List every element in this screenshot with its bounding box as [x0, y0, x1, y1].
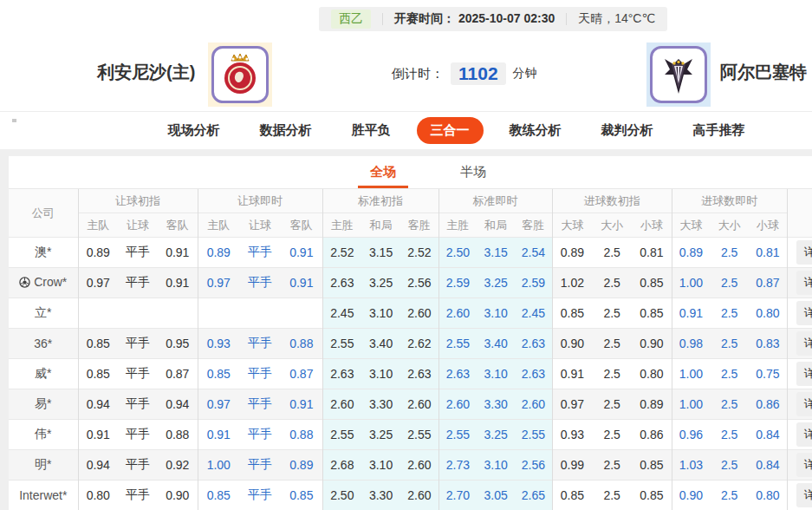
odds-cell[interactable]: 0.83: [749, 329, 787, 359]
odds-cell[interactable]: 3.25: [477, 420, 515, 450]
odds-cell[interactable]: 2.5: [710, 450, 749, 481]
odds-cell[interactable]: 平手: [239, 450, 281, 481]
odds-cell[interactable]: 0.85: [198, 359, 239, 389]
odds-cell[interactable]: 0.84: [749, 420, 787, 450]
odds-cell[interactable]: 2.54: [515, 238, 552, 268]
nav-item-高手推荐[interactable]: 高手推荐: [679, 117, 759, 144]
odds-cell[interactable]: 0.85: [281, 481, 322, 510]
odds-cell[interactable]: 2.45: [515, 298, 552, 329]
odds-cell[interactable]: 3.10: [477, 359, 515, 389]
odds-cell[interactable]: 0.88: [281, 420, 322, 450]
odds-cell[interactable]: 0.89: [281, 450, 322, 481]
odds-cell[interactable]: 0.85: [198, 481, 239, 510]
odds-cell[interactable]: 3.10: [477, 298, 515, 329]
odds-cell[interactable]: 2.5: [710, 268, 749, 298]
odds-cell[interactable]: 3.10: [477, 450, 515, 481]
odds-cell: 2.60: [322, 389, 361, 420]
odds-cell[interactable]: 2.59: [438, 268, 477, 298]
odds-cell[interactable]: 2.5: [710, 238, 749, 268]
odds-cell[interactable]: 2.63: [438, 359, 477, 389]
detail-button[interactable]: 详情: [796, 301, 812, 325]
nav-item-裁判分析[interactable]: 裁判分析: [588, 117, 667, 144]
odds-cell[interactable]: 2.65: [515, 481, 552, 510]
odds-cell[interactable]: 2.5: [710, 298, 749, 329]
odds-cell[interactable]: 2.55: [438, 329, 477, 359]
odds-cell[interactable]: 3.15: [477, 238, 515, 268]
odds-cell[interactable]: 2.5: [710, 420, 749, 450]
odds-cell[interactable]: 2.50: [438, 238, 477, 268]
odds-cell[interactable]: 0.91: [281, 238, 322, 268]
odds-cell[interactable]: 1.00: [672, 389, 710, 420]
odds-cell[interactable]: 平手: [239, 420, 281, 450]
odds-cell[interactable]: 0.96: [672, 420, 710, 450]
odds-cell[interactable]: 0.91: [198, 420, 239, 450]
detail-button[interactable]: 详情: [796, 240, 812, 265]
nav-item-现场分析[interactable]: 现场分析: [154, 117, 234, 144]
odds-cell[interactable]: 平手: [239, 359, 281, 389]
odds-cell[interactable]: 0.86: [749, 389, 787, 420]
odds-cell[interactable]: 2.60: [438, 389, 477, 420]
odds-cell[interactable]: 1.00: [672, 268, 710, 298]
detail-button[interactable]: 详情: [796, 331, 812, 356]
odds-cell[interactable]: 2.5: [710, 389, 749, 420]
odds-cell[interactable]: 2.5: [710, 481, 749, 510]
odds-cell[interactable]: 平手: [239, 238, 281, 268]
odds-cell[interactable]: 2.59: [515, 268, 552, 298]
odds-cell[interactable]: 1.00: [198, 450, 239, 481]
table-row: 36*0.85平手0.950.93平手0.882.553.402.622.553…: [9, 329, 812, 359]
odds-cell[interactable]: 0.98: [672, 329, 710, 359]
nav-item-教练分析[interactable]: 教练分析: [496, 117, 575, 144]
odds-cell[interactable]: 平手: [239, 389, 281, 420]
odds-cell[interactable]: 3.05: [477, 481, 515, 510]
detail-button[interactable]: 详情: [796, 453, 812, 477]
odds-cell[interactable]: 2.55: [515, 420, 552, 450]
odds-cell[interactable]: 0.87: [281, 359, 322, 389]
odds-cell[interactable]: 0.90: [672, 481, 710, 510]
odds-cell[interactable]: 平手: [239, 481, 281, 510]
odds-cell[interactable]: 0.88: [281, 329, 322, 359]
odds-cell[interactable]: 2.60: [438, 298, 477, 329]
odds-cell[interactable]: 3.30: [477, 389, 515, 420]
odds-cell[interactable]: 0.81: [749, 238, 787, 268]
odds-cell[interactable]: 0.91: [281, 389, 322, 420]
detail-button[interactable]: 详情: [796, 392, 812, 416]
odds-cell[interactable]: 0.89: [198, 238, 239, 268]
odds-cell[interactable]: 0.75: [749, 359, 787, 389]
odds-cell[interactable]: 0.80: [749, 481, 787, 510]
odds-cell[interactable]: 1.03: [672, 450, 710, 481]
detail-button[interactable]: 详情: [796, 271, 812, 295]
odds-cell[interactable]: 2.63: [515, 329, 552, 359]
tab-半场[interactable]: 半场: [448, 157, 498, 188]
detail-cell: 详情: [787, 359, 812, 389]
nav-item-三合一[interactable]: 三合一: [417, 117, 484, 144]
detail-button[interactable]: 详情: [796, 422, 812, 447]
odds-cell[interactable]: 2.55: [438, 420, 477, 450]
odds-cell: 2.62: [400, 329, 438, 359]
odds-cell[interactable]: 0.97: [198, 268, 239, 298]
tab-全场[interactable]: 全场: [358, 157, 408, 188]
odds-cell[interactable]: 0.89: [672, 238, 710, 268]
odds-cell[interactable]: 0.87: [749, 268, 787, 298]
odds-cell[interactable]: 2.70: [438, 481, 477, 510]
odds-cell[interactable]: 平手: [239, 329, 281, 359]
odds-cell[interactable]: 0.93: [198, 329, 239, 359]
odds-cell[interactable]: 3.40: [477, 329, 515, 359]
odds-cell[interactable]: 2.63: [515, 359, 552, 389]
odds-cell[interactable]: 1.00: [672, 359, 710, 389]
nav-item-数据分析[interactable]: 数据分析: [246, 117, 326, 144]
odds-cell[interactable]: 平手: [239, 268, 281, 298]
odds-cell[interactable]: 2.56: [515, 450, 552, 481]
odds-cell[interactable]: 2.5: [710, 329, 749, 359]
nav-item-胜平负[interactable]: 胜平负: [338, 117, 405, 144]
detail-button[interactable]: 详情: [796, 483, 812, 507]
odds-cell[interactable]: 0.97: [198, 389, 239, 420]
odds-cell[interactable]: 2.60: [515, 389, 552, 420]
odds-cell[interactable]: 0.91: [281, 268, 322, 298]
detail-button[interactable]: 详情: [796, 362, 812, 386]
odds-cell[interactable]: 0.84: [749, 450, 787, 481]
odds-cell[interactable]: 0.80: [749, 298, 787, 329]
odds-cell[interactable]: 2.5: [710, 359, 749, 389]
odds-cell[interactable]: 0.91: [672, 298, 710, 329]
odds-cell[interactable]: 3.25: [477, 268, 515, 298]
odds-cell[interactable]: 2.73: [438, 450, 477, 481]
